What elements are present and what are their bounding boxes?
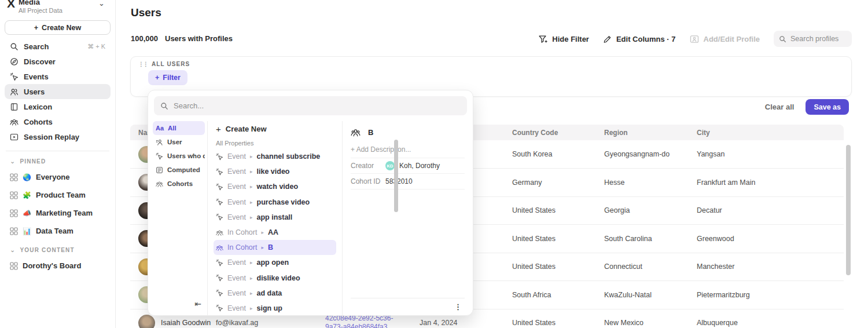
pinned-section-header[interactable]: ⌄ PINNED	[5, 151, 111, 168]
board-grid-icon	[10, 262, 18, 270]
toolbar: Hide Filter Edit Columns · 7 Add/Edit Pr…	[538, 31, 852, 47]
category-all[interactable]: Aa All	[153, 121, 205, 135]
property-event-channel-subscribe[interactable]: Event ▸ channel subscribe	[214, 149, 336, 164]
item-arrow-icon: ▸	[250, 260, 253, 265]
puzzle-emoji-icon: 🧩	[23, 191, 31, 199]
event-icon	[216, 289, 223, 297]
sidebar-board-marketing-team[interactable]: 📣 Marketing Team	[5, 204, 111, 222]
sidebar-item-session-replay[interactable]: Session Replay	[5, 129, 111, 144]
item-arrow-icon: ▸	[261, 229, 264, 235]
property-event-dislike-video[interactable]: Event ▸ dislike video	[214, 271, 336, 286]
event-icon	[216, 259, 223, 267]
sidebar-item-events[interactable]: Events	[5, 69, 111, 84]
sidebar-item-lexicon[interactable]: Lexicon	[5, 99, 111, 114]
sidebar-item-search[interactable]: Search ⌘ + K	[5, 39, 111, 54]
add-description-button[interactable]: + Add Description...	[351, 141, 465, 158]
property-event-watch-video[interactable]: Event ▸ watch video	[214, 179, 336, 194]
drag-handle-icon[interactable]: ⋮⋮	[138, 61, 148, 67]
event-icon	[216, 153, 223, 161]
cohort-icon	[10, 118, 19, 126]
cohort-icon	[216, 244, 223, 252]
dropdown-search-box	[154, 96, 467, 115]
event-icon	[216, 168, 223, 176]
more-options-icon[interactable]: ⋮	[451, 303, 465, 311]
creator-name: Koh, Dorothy	[399, 162, 440, 170]
sidebar-board-data-team[interactable]: 📊 Data Team	[5, 222, 111, 240]
hide-filter-button[interactable]: Hide Filter	[538, 35, 589, 43]
replay-icon	[10, 133, 19, 141]
sidebar-item-discover[interactable]: Discover	[5, 54, 111, 69]
add-filter-button[interactable]: + Filter	[148, 70, 187, 85]
item-arrow-icon: ▸	[261, 245, 264, 250]
filter-dropdown: Aa All User Users who di...	[148, 90, 473, 316]
book-icon	[10, 103, 19, 111]
filter-group-label: ALL USERS	[152, 61, 190, 67]
event-icon	[216, 198, 223, 206]
chevron-down-icon: ⌄	[98, 0, 105, 8]
create-new-button[interactable]: + Create New	[5, 20, 111, 35]
property-event-app-install[interactable]: Event ▸ app install	[214, 210, 336, 225]
column-header-region[interactable]: Region	[604, 125, 628, 140]
search-icon	[160, 102, 168, 110]
dropdown-scrollbar[interactable]	[394, 140, 398, 212]
your-content-section-header[interactable]: ⌄ YOUR CONTENT	[5, 240, 111, 257]
dropdown-search-input[interactable]	[174, 101, 461, 110]
sidebar-board-product-team[interactable]: 🧩 Product Team	[5, 186, 111, 204]
aa-icon: Aa	[156, 125, 164, 132]
mixpanel-logo-icon: X	[7, 0, 14, 9]
megaphone-emoji-icon: 📣	[23, 209, 31, 217]
cohort-id-label: Cohort ID	[351, 177, 385, 185]
property-in-cohort-b[interactable]: In Cohort ▸ B	[214, 240, 336, 255]
event-icon	[216, 213, 223, 221]
sidebar-item-users[interactable]: Users	[5, 84, 111, 99]
column-header-country[interactable]: Country Code	[512, 125, 558, 140]
event-icon	[216, 304, 223, 312]
edit-columns-button[interactable]: Edit Columns · 7	[603, 35, 676, 43]
app-window: X Media All Project Data ⌄ + Create New …	[0, 0, 868, 328]
collapse-icon[interactable]: ⇤	[194, 299, 201, 308]
category-cohorts[interactable]: Cohorts	[153, 177, 205, 191]
sidebar-board-dorothys-board[interactable]: Dorothy's Board	[5, 257, 111, 275]
category-computed[interactable]: Computed	[153, 163, 205, 177]
sidebar-board-everyone[interactable]: 🌏 Everyone	[5, 168, 111, 186]
board-grid-icon	[10, 227, 18, 235]
dropdown-create-new[interactable]: + Create New	[214, 121, 336, 137]
plus-icon: +	[155, 74, 159, 82]
board-grid-icon	[10, 191, 18, 199]
category-users-who-did[interactable]: Users who di...	[153, 149, 205, 163]
property-event-ad-data[interactable]: Event ▸ ad data	[214, 286, 336, 301]
add-edit-profile-button[interactable]: Add/Edit Profile	[690, 35, 760, 43]
save-as-button[interactable]: Save as	[806, 99, 849, 115]
sidebar: X Media All Project Data ⌄ + Create New …	[0, 0, 116, 328]
sidebar-nav: Search ⌘ + K Discover Events Users	[5, 39, 111, 144]
chevron-down-icon: ⌄	[10, 246, 16, 254]
search-profiles-input[interactable]	[790, 35, 848, 43]
project-switcher[interactable]: X Media All Project Data ⌄	[5, 0, 111, 16]
item-arrow-icon: ▸	[250, 199, 253, 205]
property-event-app-open[interactable]: Event ▸ app open	[214, 255, 336, 270]
clear-all-button[interactable]: Clear all	[765, 103, 795, 111]
plus-icon: +	[216, 124, 221, 134]
cohort-preview-panel: B + Add Description... Creator KD Koh, D…	[342, 121, 473, 315]
user-count-label: Users with Profiles	[165, 34, 233, 43]
cohort-icon	[351, 127, 361, 137]
event-icon	[216, 183, 223, 191]
property-event-purchase-video[interactable]: Event ▸ purchase video	[214, 195, 336, 210]
property-event-sign-up[interactable]: Event ▸ sign up	[214, 301, 336, 316]
property-event-like-video[interactable]: Event ▸ like video	[214, 164, 336, 179]
item-arrow-icon: ▸	[250, 169, 253, 174]
profile-search-box	[774, 31, 852, 47]
users-icon	[10, 88, 19, 96]
cohort-id-value: 5832010	[385, 177, 413, 185]
table-scrollbar[interactable]	[846, 145, 851, 275]
item-arrow-icon: ▸	[250, 184, 253, 189]
board-grid-icon	[10, 173, 18, 181]
event-icon	[216, 274, 223, 282]
computed-icon	[156, 166, 163, 174]
property-in-cohort-aa[interactable]: In Cohort ▸ AA	[214, 225, 336, 240]
sidebar-item-cohorts[interactable]: Cohorts	[5, 114, 111, 129]
category-user[interactable]: User	[153, 135, 205, 149]
item-arrow-icon: ▸	[250, 290, 253, 296]
user-icon	[156, 139, 163, 146]
column-header-city[interactable]: City	[697, 125, 710, 140]
